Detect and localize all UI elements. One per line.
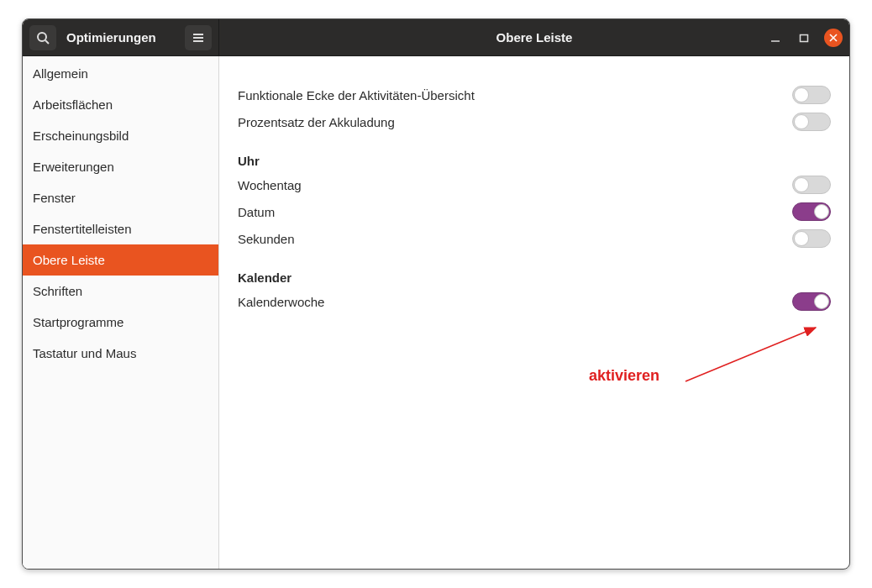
section-calendar: Kalender: [238, 270, 831, 285]
sidebar-item[interactable]: Tastatur und Maus: [23, 338, 218, 369]
page-title: Obere Leiste: [219, 30, 849, 45]
close-button[interactable]: [824, 29, 843, 47]
search-button[interactable]: [29, 25, 56, 50]
minimize-button[interactable]: [767, 29, 784, 46]
label-hotcorner: Funktionale Ecke der Aktivitäten-Übersic…: [238, 88, 792, 102]
content-area: Funktionale Ecke der Aktivitäten-Übersic…: [219, 56, 849, 569]
sidebar-item[interactable]: Fenstertitelleisten: [23, 213, 218, 244]
toggle-weeknumbers[interactable]: [792, 292, 831, 311]
close-icon: [829, 34, 838, 42]
label-seconds: Sekunden: [238, 232, 792, 246]
svg-line-1: [45, 40, 49, 44]
annotation-arrow: [681, 321, 824, 388]
row-weeknumbers: Kalenderwoche: [238, 288, 831, 315]
app-title: Optimierungen: [58, 30, 183, 45]
sidebar-item[interactable]: Schriften: [23, 276, 218, 307]
sidebar: AllgemeinArbeitsflächenErscheinungsbildE…: [23, 56, 219, 569]
headerbar-left: Optimierungen: [23, 19, 219, 55]
sidebar-item[interactable]: Startprogramme: [23, 307, 218, 338]
row-weekday: Wochentag: [238, 171, 831, 198]
sidebar-item[interactable]: Arbeitsflächen: [23, 89, 218, 120]
row-date: Datum: [238, 198, 831, 225]
row-hotcorner: Funktionale Ecke der Aktivitäten-Übersic…: [238, 81, 831, 108]
svg-line-10: [686, 328, 816, 381]
maximize-icon: [799, 33, 809, 43]
section-clock: Uhr: [238, 154, 831, 168]
toggle-battery[interactable]: [792, 113, 831, 131]
toggle-hotcorner[interactable]: [792, 86, 831, 104]
sidebar-item[interactable]: Fenster: [23, 182, 218, 213]
toggle-seconds[interactable]: [792, 229, 831, 248]
sidebar-item[interactable]: Erweiterungen: [23, 151, 218, 182]
search-icon: [36, 31, 50, 45]
window-controls: [767, 29, 849, 47]
sidebar-item[interactable]: Allgemein: [23, 58, 218, 89]
menu-button[interactable]: [185, 25, 212, 50]
label-date: Datum: [238, 205, 792, 219]
sidebar-item[interactable]: Obere Leiste: [23, 244, 218, 276]
toggle-weekday[interactable]: [792, 176, 831, 194]
label-weeknumbers: Kalenderwoche: [238, 295, 792, 309]
headerbar: Optimierungen Obere Leiste: [23, 19, 849, 56]
maximize-button[interactable]: [796, 29, 812, 46]
window-body: AllgemeinArbeitsflächenErscheinungsbildE…: [23, 56, 849, 569]
hamburger-icon: [192, 31, 205, 45]
svg-point-0: [38, 33, 46, 41]
svg-rect-6: [801, 34, 808, 41]
label-battery: Prozentsatz der Akkuladung: [238, 115, 792, 129]
row-seconds: Sekunden: [238, 225, 831, 252]
annotation-text: aktivieren: [589, 367, 659, 385]
label-weekday: Wochentag: [238, 178, 792, 192]
row-battery: Prozentsatz der Akkuladung: [238, 108, 831, 135]
minimize-icon: [770, 33, 780, 43]
sidebar-item[interactable]: Erscheinungsbild: [23, 120, 218, 151]
headerbar-right: Obere Leiste: [219, 19, 849, 55]
toggle-date[interactable]: [792, 202, 831, 221]
tweaks-window: Optimierungen Obere Leiste AllgemeinArbe…: [22, 18, 850, 570]
